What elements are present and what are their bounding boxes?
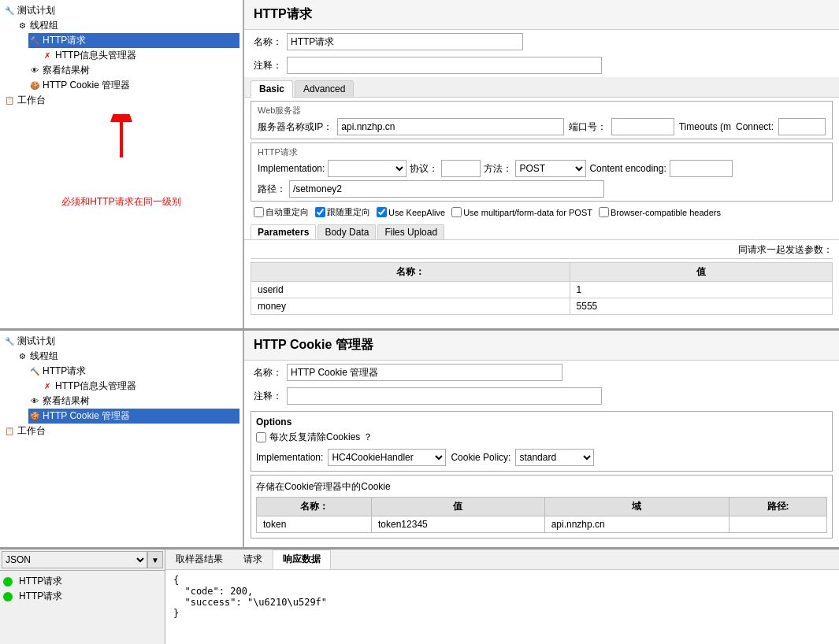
tree-item-http-cookie[interactable]: 🍪 HTTP Cookie 管理器 [28, 78, 239, 93]
view-results-icon: 👁 [28, 65, 41, 77]
workbench-icon: 📋 [3, 94, 16, 107]
top-pane: 🔧 测试计划 ⚙ 线程组 🔨 HTTP请求 ✗ HTTP信息头管理器 👁 察看结… [0, 0, 839, 331]
tree-item-view-results2[interactable]: 👁 察看结果树 [28, 394, 239, 409]
results-left-panel: JSON ▼ HTTP请求 HTTP请求 [0, 550, 165, 644]
policy-label: Cookie Policy: [451, 452, 510, 463]
cookies-stored-label: 存储在Cookie管理器中的Cookie [256, 480, 827, 494]
follow-redirect-label[interactable]: 跟随重定向 [315, 206, 370, 218]
path-input[interactable] [289, 180, 604, 198]
thread-group-icon: ⚙ [16, 20, 28, 32]
method-label: 方法： [484, 162, 512, 176]
bottom-left-panel: 🔧 测试计划 ⚙ 线程组 🔨 HTTP请求 ✗ HTTP信息头管理器 👁 察看结… [0, 331, 244, 547]
tree-item-workbench[interactable]: 📋 工作台 [3, 93, 239, 108]
results-tab-request[interactable]: 请求 [233, 550, 273, 569]
sub-tab-parameters[interactable]: Parameters [251, 224, 316, 239]
results-tree: HTTP请求 HTTP请求 [0, 571, 165, 644]
follow-redirect-cb[interactable] [315, 207, 325, 217]
path-label: 路径： [258, 183, 286, 196]
tab-bar: Basic Advanced [244, 77, 839, 98]
comment-row: 注释： [244, 54, 839, 77]
param-name-money: money [251, 298, 570, 315]
impl-label-top: Implementation: [258, 163, 325, 174]
multipart-cb[interactable] [451, 207, 462, 217]
multipart-label[interactable]: Use multipart/form-data for POST [451, 207, 592, 217]
port-label: 端口号： [569, 120, 607, 134]
format-row: JSON ▼ [0, 550, 165, 571]
checkbox-row: 自动重定向 跟随重定向 Use KeepAlive Use multipart/… [244, 203, 839, 221]
bottom-right-panel: HTTP Cookie 管理器 名称： 注释： Options 每次反复清除Co… [244, 331, 839, 547]
cookie-name-label: 名称： [254, 366, 282, 379]
param-value-userid: 1 [570, 282, 832, 298]
http-header-icon: ✗ [41, 50, 54, 62]
http-section-label: HTTP请求 [258, 146, 826, 158]
encoding-input[interactable] [670, 160, 733, 177]
comment-label: 注释： [254, 59, 282, 72]
name-label: 名称： [254, 35, 282, 49]
port-input[interactable] [611, 118, 674, 135]
protocol-input[interactable] [441, 160, 481, 177]
tree-item-workbench2[interactable]: 📋 工作台 [3, 424, 239, 439]
format-select[interactable]: JSON [2, 551, 147, 568]
sub-tab-files-upload[interactable]: Files Upload [377, 224, 444, 239]
top-left-panel: 🔧 测试计划 ⚙ 线程组 🔨 HTTP请求 ✗ HTTP信息头管理器 👁 察看结… [0, 0, 244, 328]
cookie-domain-token: api.nnzhp.cn [544, 516, 729, 533]
comment-input[interactable] [287, 57, 602, 74]
tree-item-thread-group[interactable]: ⚙ 线程组 [16, 18, 239, 33]
results-right-panel: 取样器结果 请求 响应数据 { "code": 200, "success": … [165, 550, 839, 644]
error-message: 必须和HTTP请求在同一级别 [3, 195, 239, 209]
results-tab-response[interactable]: 响应数据 [273, 550, 331, 569]
browser-headers-label[interactable]: Browser-compatible headers [599, 207, 721, 217]
method-row: Implementation: 协议： 方法： POST Content enc… [258, 160, 826, 177]
col-cookie-name: 名称： [257, 498, 372, 516]
params-header: 同请求一起发送参数： [251, 243, 833, 259]
tree-item-view-results[interactable]: 👁 察看结果树 [28, 63, 239, 78]
impl-select-bottom[interactable]: HC4CookieHandler [328, 449, 446, 466]
cookie-manager-title: HTTP Cookie 管理器 [244, 331, 839, 361]
connect-input[interactable] [778, 118, 826, 135]
main-container: 🔧 测试计划 ⚙ 线程组 🔨 HTTP请求 ✗ HTTP信息头管理器 👁 察看结… [0, 0, 839, 644]
cookie-table: 名称： 值 域 路径: token token12345 api.nnzhp.c… [256, 497, 827, 533]
http-request2-icon: 🔨 [28, 365, 41, 378]
auto-redirect-label[interactable]: 自动重定向 [254, 206, 309, 218]
param-row-userid: userid 1 [251, 282, 833, 298]
policy-select[interactable]: standard [515, 449, 594, 466]
http-request-title: HTTP请求 [244, 0, 839, 30]
keepalive-label[interactable]: Use KeepAlive [377, 207, 445, 217]
tab-advanced[interactable]: Advanced [295, 80, 354, 97]
tree-item-http-cookie2[interactable]: 🍪 HTTP Cookie 管理器 [28, 409, 239, 424]
tree-item-http-request2[interactable]: 🔨 HTTP请求 [28, 364, 239, 379]
cookie-row-token: token token12345 api.nnzhp.cn [257, 516, 827, 533]
cookie-comment-label: 注释： [254, 390, 282, 403]
name-input[interactable] [287, 33, 523, 50]
tree-item-http-header[interactable]: ✗ HTTP信息头管理器 [41, 48, 239, 63]
browser-headers-cb[interactable] [599, 207, 609, 217]
keepalive-cb[interactable] [377, 207, 387, 217]
tree-item-thread-group2[interactable]: ⚙ 线程组 [16, 349, 239, 364]
cookie-comment-input[interactable] [287, 387, 602, 405]
tree-item-test-plan[interactable]: 🔧 测试计划 [3, 3, 239, 18]
tree-item-http-header2[interactable]: ✗ HTTP信息头管理器 [41, 379, 239, 394]
format-dropdown-btn[interactable]: ▼ [147, 551, 163, 568]
clear-cookies-label: 每次反复清除Cookies ？ [269, 431, 373, 444]
protocol-label: 协议： [410, 162, 438, 176]
result-item-1[interactable]: HTTP请求 [3, 574, 161, 589]
top-right-panel: HTTP请求 名称： 注释： Basic Advanced Web服务器 服务器… [244, 0, 839, 328]
tree-item-http-request[interactable]: 🔨 HTTP请求 [28, 33, 239, 48]
result-item-2[interactable]: HTTP请求 [3, 589, 161, 604]
cookie-name-input[interactable] [287, 364, 562, 381]
auto-redirect-cb[interactable] [254, 207, 264, 217]
connect-label: Connect: [736, 121, 774, 132]
results-pane: JSON ▼ HTTP请求 HTTP请求 取样器结果 请求 响应数据 [0, 550, 839, 644]
method-select[interactable]: POST [515, 160, 586, 177]
tab-basic[interactable]: Basic [251, 80, 293, 98]
server-input[interactable] [337, 118, 563, 135]
success-icon-2 [3, 592, 13, 601]
tree-item-test-plan2[interactable]: 🔧 测试计划 [3, 334, 239, 349]
col-cookie-path: 路径: [729, 498, 827, 516]
web-server-label: Web服务器 [258, 105, 826, 117]
col-cookie-value: 值 [372, 498, 545, 516]
results-tab-sampler[interactable]: 取样器结果 [165, 550, 233, 569]
clear-cookies-cb[interactable] [256, 432, 266, 442]
implementation-select[interactable] [328, 160, 407, 177]
sub-tab-body-data[interactable]: Body Data [317, 224, 376, 239]
